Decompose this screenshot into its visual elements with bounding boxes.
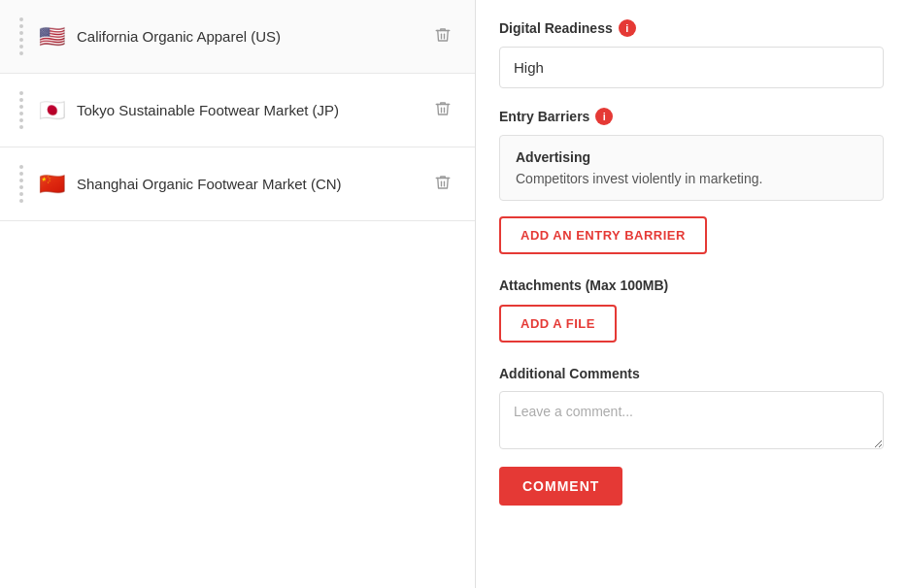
market-item-content: 🇯🇵 Tokyo Sustainable Footwear Market (JP… [19, 91, 339, 129]
entry-barrier-card: Advertising Competitors invest violently… [499, 135, 884, 201]
entry-barriers-label: Entry Barriers [499, 109, 589, 124]
market-item-content: 🇨🇳 Shanghai Organic Footwear Market (CN) [19, 165, 342, 203]
add-entry-barrier-button[interactable]: ADD AN ENTRY BARRIER [499, 216, 707, 254]
entry-barriers-list: Advertising Competitors invest violently… [499, 135, 884, 201]
drag-handle[interactable] [19, 17, 23, 55]
market-name: Shanghai Organic Footwear Market (CN) [77, 176, 342, 192]
drag-handle[interactable] [19, 91, 23, 129]
comment-textarea[interactable] [499, 391, 884, 449]
digital-readiness-section: Digital Readiness i [499, 19, 884, 37]
add-file-button[interactable]: ADD A FILE [499, 305, 617, 343]
market-item[interactable]: 🇯🇵 Tokyo Sustainable Footwear Market (JP… [0, 74, 475, 147]
market-list: 🇺🇸 California Organic Apparel (US) [0, 0, 476, 588]
trash-icon [434, 26, 452, 47]
right-panel: Digital Readiness i High Entry Barriers … [476, 0, 907, 588]
comment-button[interactable]: COMMENT [499, 467, 622, 506]
market-item-content: 🇺🇸 California Organic Apparel (US) [19, 17, 281, 55]
attachments-label: Attachments (Max 100MB) [499, 278, 884, 293]
delete-market-button[interactable] [430, 96, 455, 124]
market-flag: 🇨🇳 [39, 174, 65, 195]
market-flag: 🇺🇸 [39, 26, 65, 48]
delete-market-button[interactable] [430, 22, 455, 50]
market-item[interactable]: 🇺🇸 California Organic Apparel (US) [0, 0, 475, 74]
market-name: Tokyo Sustainable Footwear Market (JP) [77, 102, 339, 118]
market-flag: 🇯🇵 [39, 100, 65, 121]
market-name: California Organic Apparel (US) [77, 28, 281, 45]
digital-readiness-label: Digital Readiness [499, 20, 613, 36]
drag-handle[interactable] [19, 165, 23, 203]
entry-barriers-info-icon[interactable]: i [595, 108, 613, 125]
barrier-title: Advertising [516, 149, 867, 165]
digital-readiness-info-icon[interactable]: i [619, 19, 636, 37]
trash-icon [434, 174, 452, 194]
barrier-description: Competitors invest violently in marketin… [516, 171, 867, 186]
delete-market-button[interactable] [430, 170, 455, 198]
entry-barriers-section: Entry Barriers i [499, 108, 884, 125]
trash-icon [434, 100, 452, 120]
additional-comments-label: Additional Comments [499, 366, 884, 381]
digital-readiness-value: High [499, 47, 884, 88]
market-item[interactable]: 🇨🇳 Shanghai Organic Footwear Market (CN) [0, 147, 475, 221]
